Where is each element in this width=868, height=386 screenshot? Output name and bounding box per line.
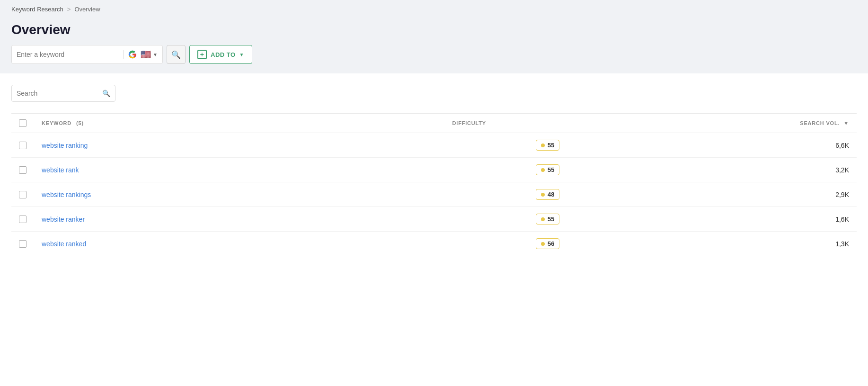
keywords-table: KEYWORD (5) DIFFICULTY SEARCH VOL. ▼ (11, 113, 857, 256)
row-checkbox-1[interactable] (19, 166, 27, 174)
table-search-box: 🔍 (11, 85, 115, 102)
table-search-wrapper: 🔍 (11, 85, 857, 102)
page-header: Overview 🇺🇸 ▼ 🔍 (0, 18, 868, 73)
breadcrumb-parent[interactable]: Keyword Research (11, 6, 63, 13)
keyword-input[interactable] (17, 51, 118, 58)
row-keyword-cell: website ranking (34, 133, 445, 158)
keyword-link-4[interactable]: website ranked (42, 240, 86, 248)
search-vol-value-4: 1,3K (658, 240, 849, 248)
add-to-chevron-icon: ▼ (239, 52, 244, 57)
table-search-input[interactable] (17, 90, 102, 97)
table-row: website rankings 48 2,9K (11, 182, 857, 207)
difficulty-dot-3 (541, 217, 545, 221)
difficulty-dot-0 (541, 144, 545, 147)
add-to-label: ADD TO (211, 51, 236, 58)
row-checkbox-cell (11, 133, 34, 158)
row-checkbox-cell (11, 232, 34, 256)
row-difficulty-cell: 56 (445, 232, 651, 256)
flag-icon: 🇺🇸 (141, 49, 151, 60)
difficulty-dot-4 (541, 242, 545, 246)
table-row: website ranked 56 1,3K (11, 232, 857, 256)
th-search-vol-label: SEARCH VOL. (800, 120, 840, 126)
search-vol-value-1: 3,2K (658, 166, 849, 174)
row-search-vol-cell: 2,9K (651, 182, 857, 207)
select-all-checkbox[interactable] (19, 119, 27, 127)
difficulty-badge-3: 55 (536, 214, 559, 224)
row-checkbox-cell (11, 182, 34, 207)
add-to-plus-icon: + (197, 50, 207, 59)
keyword-input-wrapper: 🇺🇸 ▼ (11, 45, 163, 64)
keyword-link-1[interactable]: website rank (42, 166, 79, 174)
table-body: website ranking 55 6,6K website rank (11, 133, 857, 256)
keyword-link-3[interactable]: website ranker (42, 215, 85, 223)
row-checkbox-4[interactable] (19, 240, 27, 248)
search-vol-value-3: 1,6K (658, 215, 849, 223)
row-keyword-cell: website rankings (34, 182, 445, 207)
input-divider (123, 50, 124, 59)
th-select-all (11, 114, 34, 133)
difficulty-badge-1: 55 (536, 164, 559, 175)
main-content: 🔍 KEYWORD (5) DIFFICULTY (0, 73, 868, 386)
table-row: website rank 55 3,2K (11, 158, 857, 182)
th-search-vol[interactable]: SEARCH VOL. ▼ (651, 114, 857, 133)
row-checkbox-2[interactable] (19, 191, 27, 198)
row-search-vol-cell: 1,6K (651, 207, 857, 232)
row-difficulty-cell: 55 (445, 158, 651, 182)
row-checkbox-0[interactable] (19, 142, 27, 149)
row-checkbox-3[interactable] (19, 215, 27, 223)
th-keyword: KEYWORD (5) (34, 114, 445, 133)
breadcrumb-current: Overview (74, 6, 100, 13)
keyword-link-2[interactable]: website rankings (42, 191, 91, 198)
row-difficulty-cell: 55 (445, 207, 651, 232)
row-keyword-cell: website ranked (34, 232, 445, 256)
row-search-vol-cell: 1,3K (651, 232, 857, 256)
difficulty-badge-4: 56 (536, 238, 559, 249)
th-keyword-label: KEYWORD (42, 120, 71, 126)
row-checkbox-cell (11, 158, 34, 182)
add-to-button[interactable]: + ADD TO ▼ (189, 45, 252, 64)
table-row: website ranking 55 6,6K (11, 133, 857, 158)
difficulty-badge-0: 55 (536, 140, 559, 151)
difficulty-badge-2: 48 (536, 189, 559, 200)
flag-language-dropdown[interactable]: 🇺🇸 ▼ (141, 49, 158, 60)
row-checkbox-cell (11, 207, 34, 232)
search-icon: 🔍 (171, 50, 181, 59)
search-button[interactable]: 🔍 (167, 45, 186, 64)
table-row: website ranker 55 1,6K (11, 207, 857, 232)
row-search-vol-cell: 3,2K (651, 158, 857, 182)
breadcrumb: Keyword Research > Overview (0, 0, 868, 18)
chevron-down-icon: ▼ (153, 52, 158, 57)
keyword-link-0[interactable]: website ranking (42, 142, 88, 149)
table-search-icon: 🔍 (102, 90, 110, 97)
row-keyword-cell: website ranker (34, 207, 445, 232)
row-keyword-cell: website rank (34, 158, 445, 182)
sort-desc-icon: ▼ (843, 120, 849, 126)
search-vol-value-0: 6,6K (658, 142, 849, 149)
th-difficulty: DIFFICULTY (445, 114, 651, 133)
breadcrumb-separator: > (67, 6, 71, 13)
toolbar: 🇺🇸 ▼ 🔍 + ADD TO ▼ (11, 45, 857, 64)
row-search-vol-cell: 6,6K (651, 133, 857, 158)
search-vol-value-2: 2,9K (658, 191, 849, 198)
difficulty-dot-1 (541, 168, 545, 172)
google-icon (128, 50, 137, 59)
difficulty-dot-2 (541, 193, 545, 197)
th-keyword-count: (5) (76, 120, 84, 126)
th-difficulty-label: DIFFICULTY (452, 120, 486, 126)
row-difficulty-cell: 55 (445, 133, 651, 158)
row-difficulty-cell: 48 (445, 182, 651, 207)
page-title: Overview (11, 22, 857, 37)
